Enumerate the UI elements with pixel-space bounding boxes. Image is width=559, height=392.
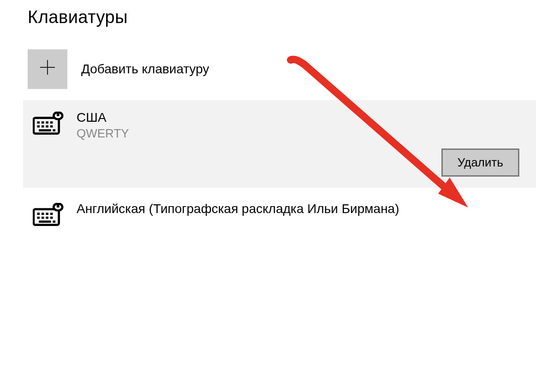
svg-rect-5	[46, 121, 48, 124]
svg-rect-16	[37, 213, 40, 215]
svg-rect-3	[37, 121, 40, 124]
svg-rect-19	[50, 213, 53, 215]
svg-rect-24	[39, 220, 51, 223]
plus-icon	[38, 58, 57, 81]
keyboard-text: Английская (Типографская раскладка Ильи …	[77, 201, 399, 217]
svg-rect-9	[46, 125, 48, 128]
svg-rect-21	[42, 217, 44, 219]
add-keyboard-button[interactable]	[28, 49, 67, 89]
keyboard-name: США	[77, 109, 129, 126]
svg-rect-27	[57, 204, 59, 208]
svg-rect-22	[46, 217, 48, 219]
svg-rect-6	[50, 121, 53, 124]
svg-rect-18	[46, 213, 48, 215]
svg-rect-20	[37, 217, 40, 219]
svg-rect-8	[42, 125, 44, 128]
svg-rect-11	[39, 129, 51, 131]
keyboard-icon	[32, 109, 65, 137]
svg-rect-10	[50, 125, 53, 128]
keyboard-name: Английская (Типографская раскладка Ильи …	[77, 201, 399, 217]
svg-rect-12	[53, 129, 55, 131]
add-keyboard-row[interactable]: Добавить клавиатуру	[28, 49, 531, 89]
keyboard-icon	[32, 201, 65, 228]
svg-rect-14	[57, 113, 59, 116]
add-keyboard-label: Добавить клавиатуру	[81, 62, 209, 77]
keyboard-text: США QWERTY	[77, 109, 129, 142]
keyboard-item-usa[interactable]: США QWERTY Удалить	[23, 100, 536, 188]
svg-rect-4	[42, 121, 44, 124]
svg-rect-17	[42, 213, 44, 215]
keyboard-layout: QWERTY	[77, 126, 129, 142]
svg-rect-7	[37, 125, 40, 128]
section-title: Клавиатуры	[28, 7, 531, 27]
keyboard-item-english-birman[interactable]: Английская (Типографская раскладка Ильи …	[23, 188, 536, 238]
svg-rect-23	[50, 217, 53, 219]
svg-rect-25	[53, 220, 55, 223]
delete-button[interactable]: Удалить	[441, 148, 519, 177]
